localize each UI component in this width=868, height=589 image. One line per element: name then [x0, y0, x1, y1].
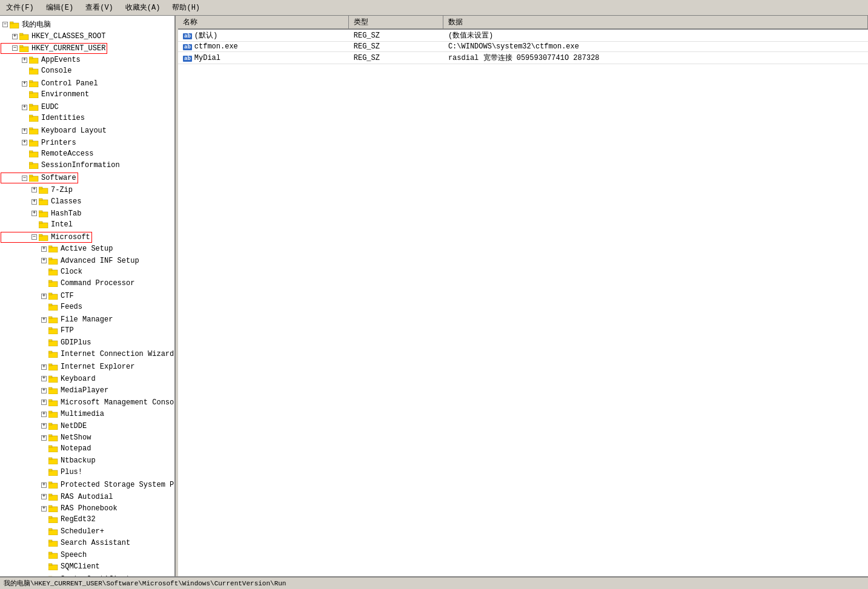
node-label-multimedia: Multimedia: [61, 409, 104, 419]
menu-edit[interactable]: 编辑(E): [42, 1, 78, 14]
tree-node-content-identities[interactable]: Identities: [1, 113, 86, 123]
svg-rect-64: [48, 401, 58, 406]
expand-btn[interactable]: +: [31, 199, 37, 205]
tree-node-content-mediaplayer[interactable]: + MediaPlayer: [1, 386, 110, 395]
expand-btn[interactable]: +: [22, 81, 27, 87]
tree-node-content-keyboardlayout[interactable]: + Keyboard Layout: [1, 126, 108, 136]
tree-node-content-gdiplus[interactable]: GDIPlus: [1, 338, 92, 347]
tree-node-content-remoteaccess[interactable]: RemoteAccess: [1, 149, 94, 159]
expand-btn[interactable]: +: [41, 388, 47, 393]
node-label-ftp: FTP: [61, 326, 74, 335]
svg-rect-27: [29, 175, 33, 177]
expand-btn[interactable]: +: [41, 423, 47, 429]
tree-node-content-pss[interactable]: + Protected Storage System Prov.: [1, 480, 176, 490]
expand-btn[interactable]: +: [41, 494, 47, 499]
tree-node-content-hashtab[interactable]: + HashTab: [1, 209, 82, 219]
tree-node-content-speech[interactable]: Speech: [1, 550, 88, 560]
tree-node-content-icwizard[interactable]: Internet Connection Wizard: [1, 349, 175, 359]
menu-view[interactable]: 查看(V): [82, 1, 117, 14]
tree-node-content-plus[interactable]: Plus!: [1, 467, 84, 477]
expand-btn[interactable]: +: [41, 400, 47, 405]
tree-node-content-hkcr[interactable]: + HKEY_CLASSES_ROOT: [1, 31, 107, 41]
tree-node-content-feeds[interactable]: Feeds: [1, 302, 84, 312]
tree-node-content-7zip[interactable]: + 7-Zip: [1, 185, 74, 195]
tree-node-content-scheduler[interactable]: Scheduler+: [1, 527, 105, 536]
table-row[interactable]: abMyDialREG_SZrasdial 宽带连接 05959307741O …: [178, 52, 868, 64]
expand-btn[interactable]: +: [41, 482, 47, 488]
expand-btn[interactable]: +: [41, 246, 47, 252]
expand-btn[interactable]: −: [31, 234, 37, 240]
tree-node-content-eudc[interactable]: + EUDC: [1, 102, 60, 112]
expand-btn[interactable]: +: [41, 294, 47, 299]
tree-node-content-environment[interactable]: Environment: [1, 90, 90, 99]
tree-node-content-clock[interactable]: Clock: [1, 267, 84, 277]
expand-btn[interactable]: +: [31, 187, 37, 192]
svg-rect-82: [48, 507, 58, 512]
expand-btn[interactable]: +: [41, 435, 47, 441]
expand-btn[interactable]: +: [41, 258, 47, 263]
tree-node-content-cmdproc[interactable]: Command Processor: [1, 278, 136, 288]
expand-btn[interactable]: +: [41, 412, 47, 417]
expand-btn[interactable]: +: [41, 506, 47, 512]
cell-name-2: abMyDial: [178, 52, 349, 64]
tree-node-content-netshow[interactable]: + NetShow: [1, 433, 92, 443]
svg-rect-53: [48, 327, 52, 329]
tree-node-content-netdde[interactable]: + NetDDE: [1, 421, 88, 431]
node-label-intel: Intel: [51, 220, 73, 229]
tree-node-content-software[interactable]: − Software: [1, 173, 78, 183]
tree-node-content-mypc[interactable]: − 我的电脑: [1, 20, 52, 30]
tree-node-content-keyboard[interactable]: + Keyboard: [1, 374, 97, 384]
expand-btn[interactable]: +: [41, 376, 47, 381]
tree-node-content-classes[interactable]: + Classes: [1, 197, 82, 206]
tree-node-content-searchasst[interactable]: Search Assistant: [1, 538, 131, 548]
tree-node-content-ie[interactable]: + Internet Explorer: [1, 362, 136, 372]
expand-btn[interactable]: +: [31, 211, 37, 216]
expand-btn[interactable]: +: [22, 105, 27, 110]
tree-node-content-printers[interactable]: + Printers: [1, 138, 78, 148]
tree-node-content-activesetup[interactable]: + Active Setup: [1, 244, 114, 254]
tree-node-content-sqmclient[interactable]: SQMClient: [1, 562, 101, 571]
tree-node-content-rasautodial[interactable]: + RAS Autodial: [1, 492, 114, 502]
tree-node-content-console[interactable]: Console: [1, 66, 73, 76]
menu-help[interactable]: 帮助(H): [168, 1, 204, 14]
menu-favorites[interactable]: 收藏夹(A): [122, 1, 164, 14]
svg-rect-70: [48, 436, 58, 441]
expand-btn[interactable]: +: [22, 140, 27, 145]
tree-node-content-hkcu[interactable]: − HKEY_CURRENT_USER: [1, 44, 107, 53]
expand-btn[interactable]: +: [41, 364, 47, 370]
tree-node-content-rasphone[interactable]: + RAS Phonebook: [1, 504, 119, 513]
tree-node-content-microsoft[interactable]: − Microsoft: [1, 232, 91, 242]
menu-file[interactable]: 文件(F): [2, 1, 38, 14]
tree-node-content-ctf[interactable]: + CTF: [1, 291, 75, 301]
expand-btn[interactable]: +: [12, 34, 18, 39]
node-label-hashtab: HashTab: [51, 209, 81, 219]
svg-rect-25: [29, 162, 33, 164]
tree-panel[interactable]: − 我的电脑 + HKEY_CLASSES_ROOT − HKEY_CU: [0, 16, 176, 576]
tree-node-content-ftp[interactable]: FTP: [1, 326, 75, 335]
expand-btn[interactable]: −: [2, 22, 8, 27]
expand-btn[interactable]: +: [41, 317, 47, 323]
tree-node-content-mmc[interactable]: + Microsoft Management Console: [1, 398, 176, 407]
node-label-icwizard: Internet Connection Wizard: [61, 349, 174, 359]
tree-node-content-ntbackup[interactable]: Ntbackup: [1, 456, 97, 466]
folder-icon-ctf: [48, 292, 58, 300]
expand-btn[interactable]: +: [22, 128, 27, 134]
tree-node-content-intel[interactable]: Intel: [1, 220, 74, 229]
col-name-header: 名称: [178, 16, 349, 29]
svg-rect-50: [48, 318, 58, 323]
tree-node-content-filemgr[interactable]: + File Manager: [1, 315, 114, 324]
table-row[interactable]: ab(默认)REG_SZ(数值未设置): [178, 29, 868, 42]
expand-btn[interactable]: −: [12, 45, 18, 51]
tree-node-content-regedt32[interactable]: RegEdt32: [1, 515, 97, 524]
tree-node-content-advancedinf[interactable]: + Advanced INF Setup: [1, 256, 141, 266]
expand-btn[interactable]: +: [22, 58, 27, 63]
tree-node-content-controlpanel[interactable]: + Control Panel: [1, 79, 99, 88]
svg-rect-85: [48, 516, 52, 518]
tree-node-content-notepad[interactable]: Notepad: [1, 444, 92, 453]
expand-btn[interactable]: −: [22, 176, 27, 181]
tree-node-content-multimedia[interactable]: + Multimedia: [1, 409, 105, 419]
svg-rect-69: [48, 423, 52, 425]
tree-node-content-sessioninfo[interactable]: SessionInformation: [1, 160, 121, 170]
table-row[interactable]: abctfmon.exeREG_SZC:\WINDOWS\system32\ct…: [178, 42, 868, 52]
tree-node-content-appevents[interactable]: + AppEvents: [1, 55, 82, 65]
